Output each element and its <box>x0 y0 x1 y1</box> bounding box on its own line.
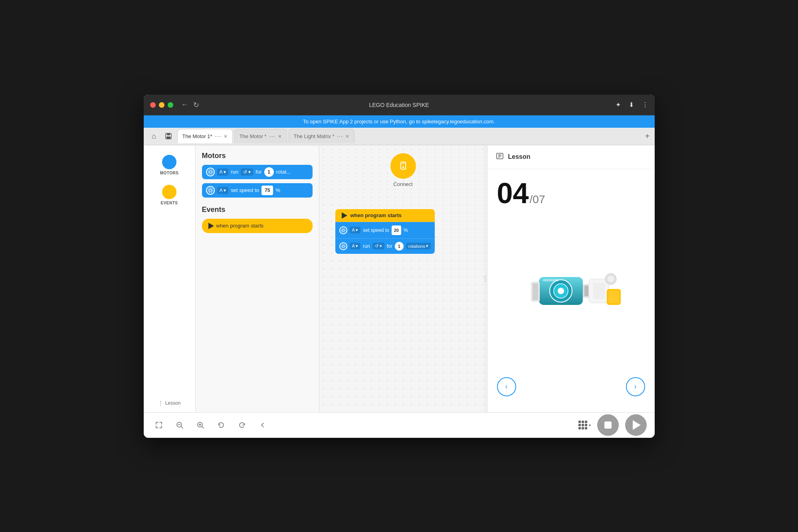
canvas-area[interactable]: Connect when program starts <box>319 145 487 412</box>
sidebar-item-motors[interactable]: MOTORS <box>157 152 182 178</box>
svg-rect-24 <box>584 286 588 296</box>
canvas-run-row[interactable]: A ▾ run ↺ ▾ for 1 rotations ▾ <box>335 238 435 254</box>
tab-motor-label: The Motor * <box>240 133 267 139</box>
canvas-when-block[interactable]: when program starts <box>335 209 435 222</box>
app-window: ← ↻ LEGO Education SPIKE ✦ ⬇ ⋮ To open S… <box>144 95 655 438</box>
tab-motor1-more[interactable]: ⋯ <box>215 133 221 140</box>
svg-rect-1 <box>167 133 170 135</box>
canvas-port-2[interactable]: A ▾ <box>350 243 361 249</box>
sidebar-item-events[interactable]: EVENTS <box>157 182 181 208</box>
tab-motor-more[interactable]: ⋯ <box>269 133 275 140</box>
download-icon[interactable]: ⬇ <box>629 101 634 109</box>
close-button[interactable] <box>150 102 156 108</box>
fit-screen-button[interactable] <box>152 418 166 432</box>
grid-icon <box>578 421 587 429</box>
play-icon <box>633 420 641 430</box>
canvas-when-label: when program starts <box>350 212 402 218</box>
home-button[interactable]: ⌂ <box>147 129 161 143</box>
lesson-current: 04 <box>497 179 529 208</box>
when-program-starts-block[interactable]: when program starts <box>202 219 313 233</box>
tab-motor-close[interactable]: ✕ <box>278 134 282 139</box>
events-label: EVENTS <box>160 201 178 205</box>
tab-motor1-close[interactable]: ✕ <box>224 134 228 139</box>
play-icon <box>208 223 214 229</box>
lesson-prev-button[interactable]: ‹ <box>497 377 516 396</box>
main-area: MOTORS EVENTS ⋮ Lesson Motors <box>144 145 655 412</box>
when-starts-label: when program starts <box>216 223 264 229</box>
stop-button[interactable] <box>597 414 619 436</box>
events-dot <box>162 185 176 199</box>
refresh-button[interactable]: ↻ <box>193 101 199 109</box>
svg-point-10 <box>342 229 344 231</box>
sidebar: MOTORS EVENTS ⋮ Lesson <box>144 145 196 412</box>
canvas-port-1[interactable]: A ▾ <box>350 227 361 233</box>
canvas-rot-dir[interactable]: ↺ ▾ <box>372 243 384 249</box>
tab-lightmatrix-more[interactable]: ⋯ <box>337 133 343 140</box>
sidebar-lesson-label: Lesson <box>165 400 181 406</box>
motor-speed-block[interactable]: A ▾ set speed to 75 % <box>202 183 313 198</box>
tab-lightmatrix-close[interactable]: ✕ <box>345 134 349 139</box>
add-tab-button[interactable]: + <box>645 132 650 141</box>
undo-button[interactable] <box>214 418 228 432</box>
tab-lightmatrix[interactable]: The Light Matrix * ⋯ ✕ <box>289 129 355 143</box>
connect-circle <box>390 153 416 179</box>
grid-toggle-button[interactable]: ▾ <box>578 421 591 429</box>
canvas-speed-row[interactable]: A ▾ set speed to 20 % <box>335 222 435 238</box>
canvas-divider[interactable] <box>484 145 487 412</box>
more-icon[interactable]: ⋮ <box>642 101 648 109</box>
tab-motor1[interactable]: The Motor 1* ⋯ ✕ <box>177 129 233 143</box>
events-section-title: Events <box>202 206 313 214</box>
canvas-run-value[interactable]: 1 <box>395 242 404 251</box>
canvas-speed-value[interactable]: 20 <box>392 225 401 235</box>
stop-icon <box>604 421 612 429</box>
port-dropdown-2[interactable]: A ▾ <box>217 187 229 194</box>
run-value[interactable]: 1 <box>264 167 274 177</box>
motors-section-title: Motors <box>202 152 313 160</box>
unit-label-1: rotat... <box>276 169 291 175</box>
minimize-button[interactable] <box>159 102 164 108</box>
motor-run-block[interactable]: A ▾ run ↺ ▾ for 1 rotat... <box>202 165 313 179</box>
sidebar-more-icon: ⋮ <box>158 400 163 406</box>
info-banner: To open SPIKE App 2 projects or use Pyth… <box>144 115 655 128</box>
port-dropdown-1[interactable]: A ▾ <box>217 168 229 176</box>
svg-point-4 <box>208 170 213 174</box>
svg-rect-31 <box>543 279 559 281</box>
lesson-title: Lesson <box>508 153 531 160</box>
nav-buttons: ← ↻ <box>181 101 199 109</box>
back-nav-button[interactable]: ← <box>181 101 188 109</box>
svg-point-22 <box>558 288 564 294</box>
lesson-nav: ‹ › <box>497 371 645 403</box>
canvas-unit-dropdown[interactable]: rotations ▾ <box>406 243 431 249</box>
play-button[interactable] <box>625 414 647 436</box>
lesson-image <box>497 214 645 364</box>
motors-label: MOTORS <box>160 171 179 175</box>
run-label: run <box>231 169 238 175</box>
canvas-code-group: when program starts A ▾ set speed to 20 <box>335 209 435 254</box>
back-button[interactable] <box>255 418 270 432</box>
svg-point-12 <box>342 245 344 247</box>
tab-motor[interactable]: The Motor * ⋯ ✕ <box>234 129 287 143</box>
canvas-gear-2 <box>339 242 347 250</box>
puzzle-icon[interactable]: ✦ <box>616 101 621 109</box>
titlebar: ← ↻ LEGO Education SPIKE ✦ ⬇ ⋮ <box>144 95 655 115</box>
connect-button[interactable]: Connect <box>390 153 416 187</box>
banner-text: To open SPIKE App 2 projects or use Pyth… <box>303 119 495 125</box>
titlebar-actions: ✦ ⬇ ⋮ <box>616 101 648 109</box>
svg-line-36 <box>181 427 183 428</box>
canvas-for-label: for <box>387 243 392 249</box>
zoom-out-button[interactable] <box>172 418 187 432</box>
redo-button[interactable] <box>235 418 249 432</box>
speed-value[interactable]: 75 <box>261 186 273 195</box>
svg-rect-7 <box>401 162 406 169</box>
grid-dropdown-arrow: ▾ <box>589 423 591 427</box>
sidebar-lesson-button[interactable]: ⋮ Lesson <box>158 400 181 406</box>
blocks-panel: Motors A ▾ run ↺ ▾ for 1 rotat... <box>196 145 319 412</box>
svg-line-40 <box>202 427 204 428</box>
zoom-in-button[interactable] <box>193 418 208 432</box>
tab-lightmatrix-label: The Light Matrix * <box>294 133 335 139</box>
lesson-next-button[interactable]: › <box>626 377 645 396</box>
maximize-button[interactable] <box>168 102 173 108</box>
rotation-dir-dropdown[interactable]: ↺ ▾ <box>241 168 253 176</box>
save-button[interactable] <box>161 129 176 143</box>
connect-label: Connect <box>393 181 412 187</box>
